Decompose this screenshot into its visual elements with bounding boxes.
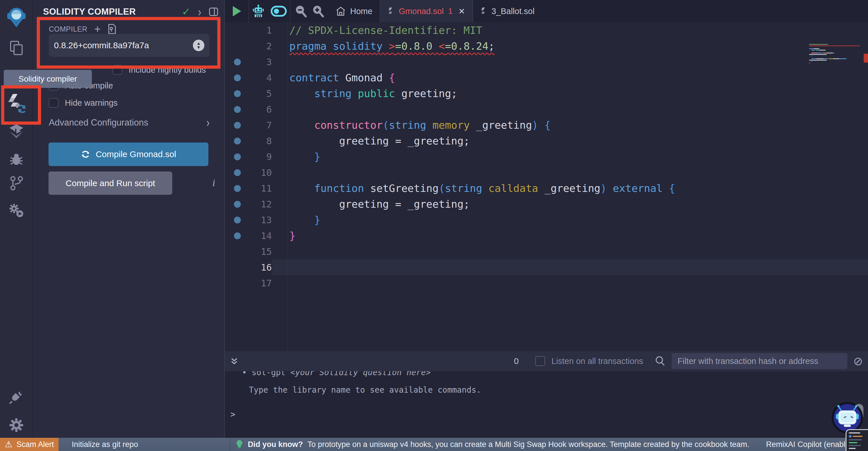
tab-ballot[interactable]: 3_Ballot.sol <box>473 0 542 22</box>
line-number: 7 <box>242 120 272 131</box>
code-line[interactable]: 4contract Gmonad { <box>225 70 868 86</box>
ai-toolbar-group <box>249 0 290 22</box>
refresh-icon <box>81 149 90 159</box>
code-line[interactable]: 11 function setGreeting(string calldata … <box>225 180 868 196</box>
code-line[interactable]: 1// SPDX-License-Identifier: MIT <box>225 22 868 38</box>
git-icon[interactable] <box>0 175 32 192</box>
line-number: 14 <box>242 230 272 241</box>
close-tab-icon[interactable]: ✕ <box>458 7 465 16</box>
deploy-run-icon[interactable] <box>0 122 32 140</box>
line-number: 9 <box>242 151 272 162</box>
line-number: 1 <box>242 25 272 36</box>
zoom-in-icon[interactable] <box>312 5 324 18</box>
activity-bar <box>0 0 33 438</box>
zoom-out-icon[interactable] <box>295 5 307 18</box>
info-icon[interactable]: i <box>212 177 215 189</box>
expand-terminal-icon[interactable] <box>230 356 239 366</box>
code-line[interactable]: 6 <box>225 102 868 117</box>
code-line[interactable]: 7 constructor(string memory _greeting) { <box>225 117 868 133</box>
tab-gmonad[interactable]: Gmonad.sol 1 ✕ <box>380 0 473 22</box>
line-number: 5 <box>242 88 272 99</box>
compile-and-run-button[interactable]: Compile and Run script <box>49 171 172 195</box>
line-number: 6 <box>242 104 272 115</box>
code-line[interactable]: 17 <box>225 275 868 291</box>
modified-line-dot <box>234 185 241 192</box>
pin-panel-icon[interactable] <box>209 7 218 17</box>
error-count-badge: 1 <box>448 7 453 16</box>
modified-line-dot <box>234 153 241 160</box>
modified-line-dot <box>234 232 241 239</box>
compile-success-check-icon: ✓ <box>182 6 191 18</box>
panel-title: SOLIDITY COMPILER <box>43 7 136 17</box>
code-line[interactable]: 8 greeting = _greeting; <box>225 133 868 149</box>
code-line[interactable]: 13 } <box>225 212 868 228</box>
did-you-know-tip: Did you know? To prototype on a uniswap … <box>236 440 749 449</box>
line-number: 11 <box>242 183 272 194</box>
run-script-button[interactable] <box>225 0 249 22</box>
advanced-chevron-icon: › <box>206 115 210 130</box>
line-number: 17 <box>242 278 272 289</box>
filter-transactions-input[interactable] <box>672 353 847 369</box>
compile-button[interactable]: Compile Gmonad.sol <box>49 142 208 166</box>
code-line[interactable]: 12 greeting = _greeting; <box>225 196 868 212</box>
code-line[interactable]: 16 <box>225 259 868 275</box>
modified-line-dot <box>234 106 241 113</box>
line-number: 13 <box>242 215 272 225</box>
plugin-manager-icon[interactable] <box>0 388 32 405</box>
init-git-repo-button[interactable]: Initialize as git repo <box>72 440 138 449</box>
modified-line-dot <box>234 169 241 176</box>
code-line[interactable]: 14} <box>225 228 868 244</box>
terminal-line-help: Type the library name to see available c… <box>249 385 868 395</box>
terminal-search-icon[interactable] <box>654 355 665 367</box>
line-number: 16 <box>242 262 272 273</box>
modified-line-dot <box>234 122 241 129</box>
remix-ide-window: SOLIDITY COMPILER ✓ › COMPILER + 0.8.26+… <box>0 0 868 451</box>
line-number: 3 <box>242 57 272 67</box>
modified-line-dot <box>234 59 241 65</box>
modified-line-dot <box>234 90 241 97</box>
remix-logo[interactable] <box>0 6 32 29</box>
terminal-output[interactable]: • sol-gpt <your Solidity question here> … <box>225 371 868 438</box>
highlight-rect-compiler-version <box>37 17 220 69</box>
code-line[interactable]: 2pragma solidity >=0.8.0 <=0.8.24; <box>225 38 868 54</box>
plugin-runner-icon[interactable] <box>0 202 32 220</box>
code-editor[interactable]: 1// SPDX-License-Identifier: MIT2pragma … <box>225 22 868 351</box>
hide-warnings-checkbox[interactable] <box>49 98 59 108</box>
lightbulb-icon <box>236 440 243 449</box>
line-number: 15 <box>242 246 272 257</box>
pip-thumbnail[interactable] <box>846 429 868 451</box>
zoom-toolbar-group <box>290 0 329 22</box>
editor-region: Home Gmonad.sol 1 ✕ 3_Ballot.sol <box>225 0 868 351</box>
listen-transactions-checkbox[interactable] <box>535 356 545 366</box>
line-number: 8 <box>242 136 272 146</box>
remixai-robot-icon[interactable] <box>252 5 265 18</box>
code-line[interactable]: 3 <box>225 54 868 70</box>
terminal-line-solgpt: • sol-gpt <your Solidity question here> <box>242 371 868 377</box>
copilot-toggle[interactable] <box>271 6 287 17</box>
solidity-file-icon <box>388 7 394 16</box>
line-number: 10 <box>242 167 272 178</box>
modified-line-dot <box>234 217 241 224</box>
solidity-file-icon <box>480 7 487 16</box>
scam-alert-button[interactable]: ⚠ Scam Alert <box>0 438 59 451</box>
modified-line-dot <box>234 75 241 81</box>
code-line[interactable]: 15 <box>225 244 868 259</box>
tab-home[interactable]: Home <box>329 0 380 22</box>
debugger-icon[interactable] <box>0 150 32 168</box>
home-icon <box>336 6 346 16</box>
code-line[interactable]: 9 } <box>225 149 868 165</box>
code-line[interactable]: 5 string public greeting; <box>225 86 868 102</box>
remixai-copilot-status[interactable]: RemixAI Copilot (enabled) <box>766 440 857 449</box>
statusbar-divider <box>230 438 230 451</box>
line-number: 4 <box>242 73 272 83</box>
minimap[interactable] <box>809 44 860 68</box>
code-line[interactable]: 10 <box>225 165 868 180</box>
settings-icon[interactable] <box>0 417 32 434</box>
advanced-configurations[interactable]: Advanced Configurations › <box>49 117 210 128</box>
listen-transactions-label: Listen on all transactions <box>551 357 643 366</box>
terminal-bar: 0 Listen on all transactions ⊘ <box>225 351 868 371</box>
code-lines: 1// SPDX-License-Identifier: MIT2pragma … <box>225 22 868 291</box>
file-explorer-icon[interactable] <box>0 40 32 57</box>
editor-tabbar: Home Gmonad.sol 1 ✕ 3_Ballot.sol <box>225 0 868 22</box>
terminal-prompt: > <box>230 410 868 419</box>
